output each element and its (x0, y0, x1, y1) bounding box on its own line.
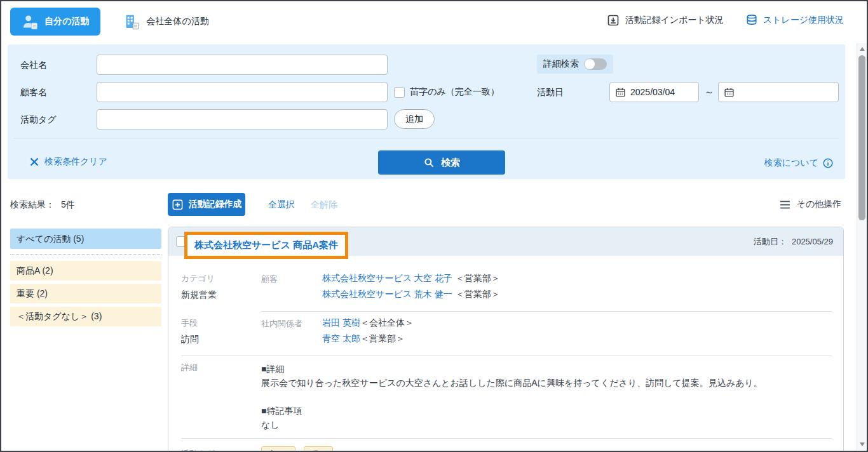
advanced-search-toggle-group: 詳細検索 (537, 55, 613, 74)
sidebar-item-product-a[interactable]: 商品A (2) (10, 261, 161, 281)
storage-usage-label: ストレージ使用状況 (763, 15, 844, 26)
tab-company-activities[interactable]: 会社全体の活動 (112, 8, 220, 36)
customer-list: 株式会社秋空サービス 大空 花子＜営業部＞ 株式会社秋空サービス 荒木 健一＜営… (322, 273, 500, 305)
tag-filter-sidebar: すべての活動 (5) 商品A (2) 重要 (2) ＜活動タグなし＞ (3) (10, 229, 161, 329)
person-document-icon (22, 13, 39, 30)
detail-label: 詳細 (181, 362, 261, 373)
activity-app-window: 自分の活動 会社全体の活動 (0, 0, 868, 452)
activity-scope-tabs: 自分の活動 会社全体の活動 (10, 8, 220, 36)
customer-dept: ＜営業部＞ (456, 273, 500, 283)
internal-member-link[interactable]: 岩田 英樹 (322, 317, 360, 328)
sidebar-item-no-tag[interactable]: ＜活動タグなし＞ (3) (10, 307, 161, 326)
activity-record-title-link[interactable]: 株式会社秋空サービス 商品A案件 (194, 239, 338, 250)
more-actions-link[interactable]: その他操作 (780, 193, 841, 216)
customer-name-input[interactable] (97, 82, 388, 102)
customer-dept: ＜営業部＞ (456, 289, 500, 299)
activity-date-from-input[interactable]: 2025/03/04 (609, 82, 699, 102)
tab-my-activities-label: 自分の活動 (44, 16, 89, 27)
clear-search-conditions-label: 検索条件クリア (44, 156, 107, 168)
search-panel-divider (14, 138, 839, 138)
close-icon (30, 157, 39, 166)
advanced-search-toggle[interactable] (584, 58, 607, 70)
toggle-knob (585, 59, 595, 69)
tab-my-activities[interactable]: 自分の活動 (10, 8, 100, 36)
internal-members-label: 社内関係者 (261, 317, 322, 349)
customer-link[interactable]: 株式会社秋空サービス 荒木 健一 (322, 289, 452, 299)
hamburger-icon (780, 201, 790, 209)
internal-member-link[interactable]: 青空 太郎 (322, 333, 360, 343)
sidebar-item-all-activities[interactable]: すべての活動 (5) (10, 229, 161, 249)
activity-tag-row-label: 活動タグ (181, 446, 261, 452)
import-status-link[interactable]: 活動記録インポート状況 (607, 14, 723, 27)
detail-line: 展示会で知り合った秋空サービスの大空さんとお話しした際に商品Aに興味を持ってくだ… (261, 376, 832, 390)
search-result-count: 検索結果：5件 (10, 193, 75, 216)
calendar-icon (724, 87, 735, 98)
search-button-label: 検索 (441, 157, 460, 169)
search-result-label: 検索結果： (10, 199, 55, 209)
search-result-number: 5件 (61, 199, 75, 209)
activity-record-body: カテゴリ 新規営業 顧客 株式会社秋空サービス 大空 花子＜営業部＞ 株式会社秋… (168, 256, 843, 452)
scroll-up-arrow-icon[interactable] (860, 47, 865, 51)
method-internal-row: 手段 訪問 社内関係者 岩田 英樹＜会社全体＞ 青空 太郎＜営業部＞ (181, 312, 832, 356)
select-all-link[interactable]: 全選択 (268, 193, 295, 216)
deselect-all-link: 全解除 (311, 193, 337, 216)
internal-member-entry: 岩田 英樹＜会社全体＞ (322, 317, 414, 329)
customer-entry: 株式会社秋空サービス 大空 花子＜営業部＞ (322, 273, 500, 284)
tag-badge-important[interactable]: 重要 (304, 446, 333, 452)
activity-record-card: 株式会社秋空サービス 商品A案件 活動日：2025/05/29 カテゴリ 新規営… (168, 227, 844, 452)
surname-only-checkbox[interactable] (394, 87, 405, 98)
activity-tag-input[interactable] (97, 109, 388, 130)
sidebar-item-important[interactable]: 重要 (2) (10, 284, 161, 303)
detail-row: 詳細 ■詳細 展示会で知り合った秋空サービスの大空さんとお話しした際に商品Aに興… (181, 356, 832, 438)
surname-only-option: 苗字のみ（完全一致） (394, 82, 499, 102)
internal-member-dept: ＜会社全体＞ (360, 317, 414, 328)
detail-text: ■詳細 展示会で知り合った秋空サービスの大空さんとお話しした際に商品Aに興味を持… (261, 362, 832, 432)
method-label: 手段 (181, 317, 261, 329)
clear-search-conditions-link[interactable]: 検索条件クリア (30, 156, 107, 168)
download-icon (607, 14, 620, 27)
activity-record-list: 株式会社秋空サービス 商品A案件 活動日：2025/05/29 カテゴリ 新規営… (168, 227, 844, 452)
activity-tag-row: 活動タグ 商品A 重要 (181, 439, 832, 452)
tag-badge-product-a[interactable]: 商品A (261, 446, 295, 452)
company-name-input[interactable] (97, 55, 388, 75)
activity-date-display: 活動日：2025/05/29 (754, 236, 833, 248)
search-button[interactable]: 検索 (378, 150, 505, 175)
about-search-label: 検索について (764, 157, 818, 169)
company-name-label: 会社名 (20, 55, 47, 75)
vertical-scrollbar[interactable] (857, 43, 867, 451)
method-value: 訪問 (181, 334, 261, 345)
customer-link[interactable]: 株式会社秋空サービス 大空 花子 (322, 273, 452, 283)
internal-member-dept: ＜営業部＞ (360, 333, 405, 343)
customer-label: 顧客 (261, 273, 322, 305)
activity-date-value: 2025/05/29 (792, 237, 833, 246)
about-search-link[interactable]: 検索について (764, 157, 834, 169)
category-customer-row: カテゴリ 新規営業 顧客 株式会社秋空サービス 大空 花子＜営業部＞ 株式会社秋… (181, 265, 832, 311)
storage-usage-link[interactable]: ストレージ使用状況 (745, 14, 844, 27)
detail-blank-line (261, 390, 832, 404)
detail-line: なし (261, 418, 832, 432)
scroll-down-arrow-icon[interactable] (860, 442, 865, 446)
surname-only-label: 苗字のみ（完全一致） (410, 86, 499, 98)
customer-name-label: 顧客名 (20, 82, 47, 102)
more-actions-label: その他操作 (796, 199, 841, 210)
date-range-separator: ～ (702, 82, 717, 102)
tag-badge-list: 商品A 重要 (261, 446, 339, 452)
building-document-icon (123, 13, 140, 30)
import-status-label: 活動記録インポート状況 (625, 15, 723, 26)
tab-company-activities-label: 会社全体の活動 (146, 16, 208, 27)
scrollbar-thumb[interactable] (858, 55, 865, 220)
category-value: 新規営業 (181, 289, 261, 301)
activity-date-to-input[interactable] (718, 82, 839, 102)
activity-date-label: 活動日 (537, 82, 564, 102)
database-icon (745, 14, 758, 27)
advanced-search-label: 詳細検索 (543, 58, 579, 70)
create-activity-record-button[interactable]: 活動記録作成 (168, 193, 245, 216)
calendar-icon (615, 87, 626, 98)
sidebar-divider (10, 254, 161, 255)
detail-line: ■特記事項 (261, 404, 832, 418)
top-bar: 自分の活動 会社全体の活動 (1, 1, 867, 43)
search-panel: 会社名 詳細検索 顧客名 苗字のみ（完全一致） 活動日 2025/03/04 ～ (8, 44, 845, 179)
highlighted-title-box: 株式会社秋空サービス 商品A案件 (184, 232, 348, 259)
add-tag-button[interactable]: 追加 (394, 109, 435, 129)
create-activity-record-label: 活動記録作成 (189, 199, 242, 210)
